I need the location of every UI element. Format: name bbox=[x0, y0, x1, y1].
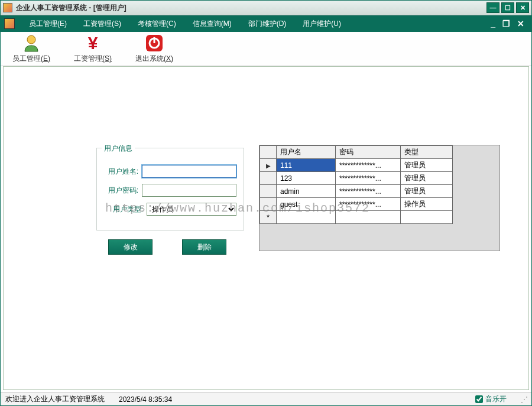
tool-employee[interactable]: 员工管理(E) bbox=[12, 34, 50, 64]
table-row[interactable]: admin*************...管理员 bbox=[260, 185, 453, 198]
yen-icon: ¥ bbox=[83, 34, 102, 53]
cell-type[interactable]: 操作员 bbox=[401, 198, 453, 211]
menu-salary[interactable]: 工资管理(S) bbox=[75, 17, 129, 31]
cell-password[interactable]: *************... bbox=[336, 172, 401, 185]
type-select[interactable]: 操作员 bbox=[147, 203, 236, 216]
cell-username[interactable]: 111 bbox=[277, 159, 336, 172]
table-row[interactable]: guest*************...操作员 bbox=[260, 198, 453, 211]
resize-grip[interactable]: ⋰ bbox=[521, 395, 527, 404]
tool-salary-label: 工资管理(S) bbox=[74, 54, 112, 64]
menu-app-icon bbox=[4, 18, 15, 29]
row-header[interactable] bbox=[260, 172, 277, 185]
password-label: 用户密码: bbox=[104, 186, 142, 196]
user-info-groupbox: 用户信息 用户姓名: 用户密码: 用户类型: 操作员 bbox=[96, 148, 244, 230]
toolbar: 员工管理(E) ¥ 工资管理(S) 退出系统(X) bbox=[1, 32, 531, 66]
tool-exit[interactable]: 退出系统(X) bbox=[135, 34, 173, 64]
mdi-restore-button[interactable]: ❐ bbox=[499, 18, 514, 30]
username-input[interactable] bbox=[142, 165, 236, 178]
delete-button[interactable]: 删除 bbox=[182, 239, 226, 255]
cell-password[interactable]: *************... bbox=[336, 185, 401, 198]
grid-header-username[interactable]: 用户名 bbox=[277, 146, 336, 159]
maximize-button[interactable]: ☐ bbox=[501, 2, 514, 13]
music-toggle[interactable]: 音乐开 bbox=[475, 394, 507, 404]
password-input[interactable] bbox=[142, 184, 236, 197]
person-icon bbox=[22, 34, 41, 53]
groupbox-legend: 用户信息 bbox=[102, 144, 135, 154]
mdi-minimize-button[interactable]: _ bbox=[487, 18, 499, 30]
cell-password[interactable]: *************... bbox=[336, 159, 401, 172]
statusbar: 欢迎进入企业人事工资管理系统 2023/5/4 8:35:34 音乐开 ⋰ bbox=[1, 392, 531, 405]
window-title: 企业人事工资管理系统 - [管理用户] bbox=[16, 3, 485, 13]
modify-button[interactable]: 修改 bbox=[108, 239, 153, 255]
status-welcome: 欢迎进入企业人事工资管理系统 bbox=[5, 394, 105, 404]
music-checkbox[interactable] bbox=[475, 395, 483, 403]
menu-department[interactable]: 部门维护(D) bbox=[240, 17, 295, 31]
user-grid[interactable]: 用户名 密码 类型 ▶111*************...管理员123****… bbox=[259, 145, 500, 251]
close-button[interactable]: ✕ bbox=[516, 2, 529, 13]
cell-type[interactable]: 管理员 bbox=[401, 185, 453, 198]
cell-username[interactable]: 123 bbox=[277, 172, 336, 185]
cell-username[interactable]: admin bbox=[277, 185, 336, 198]
status-datetime: 2023/5/4 8:35:34 bbox=[119, 395, 172, 404]
tool-salary[interactable]: ¥ 工资管理(S) bbox=[74, 34, 112, 64]
svg-point-0 bbox=[27, 35, 35, 44]
minimize-button[interactable]: — bbox=[486, 2, 499, 13]
username-label: 用户姓名: bbox=[104, 167, 142, 177]
tool-employee-label: 员工管理(E) bbox=[12, 54, 50, 64]
row-header[interactable] bbox=[260, 198, 277, 211]
tool-exit-label: 退出系统(X) bbox=[135, 54, 173, 64]
menubar: 员工管理(E) 工资管理(S) 考核管理(C) 信息查询(M) 部门维护(D) … bbox=[1, 15, 531, 32]
music-label: 音乐开 bbox=[485, 394, 507, 404]
row-header[interactable]: * bbox=[260, 211, 277, 224]
cell-username[interactable]: guest bbox=[277, 198, 336, 211]
table-row-new[interactable]: * bbox=[260, 211, 453, 224]
row-header[interactable] bbox=[260, 185, 277, 198]
type-label: 用户类型: bbox=[104, 204, 147, 215]
svg-text:¥: ¥ bbox=[88, 34, 98, 53]
button-row: 修改 删除 bbox=[108, 239, 226, 255]
table-row[interactable]: ▶111*************...管理员 bbox=[260, 159, 453, 172]
grid-header-type[interactable]: 类型 bbox=[401, 146, 453, 159]
grid-corner[interactable] bbox=[260, 146, 277, 159]
cell-type[interactable]: 管理员 bbox=[401, 172, 453, 185]
grid-header-password[interactable]: 密码 bbox=[336, 146, 401, 159]
menu-query[interactable]: 信息查询(M) bbox=[184, 17, 240, 31]
power-icon bbox=[145, 34, 164, 53]
content-area: 用户信息 用户姓名: 用户密码: 用户类型: 操作员 修改 bbox=[3, 66, 529, 390]
cell-password[interactable]: *************... bbox=[336, 198, 401, 211]
cell-type[interactable]: 管理员 bbox=[401, 159, 453, 172]
menu-employee[interactable]: 员工管理(E) bbox=[21, 17, 75, 31]
titlebar: 企业人事工资管理系统 - [管理用户] — ☐ ✕ bbox=[1, 1, 531, 15]
mdi-close-button[interactable]: ✕ bbox=[514, 18, 528, 30]
app-icon bbox=[3, 3, 12, 12]
table-row[interactable]: 123*************...管理员 bbox=[260, 172, 453, 185]
row-header[interactable]: ▶ bbox=[260, 159, 277, 172]
menu-assessment[interactable]: 考核管理(C) bbox=[129, 17, 184, 31]
menu-user[interactable]: 用户维护(U) bbox=[294, 17, 349, 31]
